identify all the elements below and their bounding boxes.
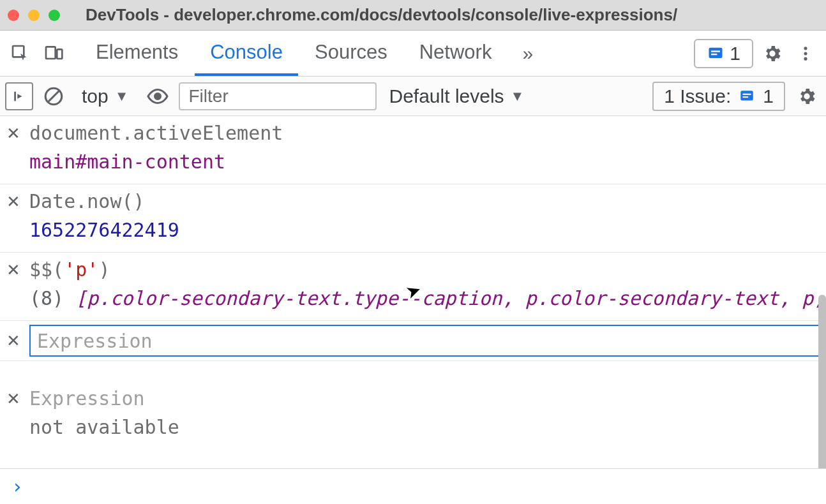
device-toggle-icon[interactable]	[40, 40, 68, 68]
kebab-menu-icon[interactable]	[792, 40, 820, 68]
tab-console[interactable]: Console	[195, 31, 298, 76]
array-length: (8)	[29, 287, 64, 309]
live-expression-code[interactable]: document.activeElement	[29, 119, 820, 147]
live-expression-code[interactable]: $$('p')	[29, 255, 820, 284]
remove-live-expression-button[interactable]: ✕	[6, 187, 20, 214]
levels-label: Default levels	[389, 85, 504, 107]
log-levels-selector[interactable]: Default levels ▼	[384, 85, 530, 107]
devtools-toolbar: Elements Console Sources Network » 1	[0, 31, 826, 77]
live-expression-placeholder[interactable]: Expression	[29, 384, 179, 413]
console-subtoolbar: top ▼ Default levels ▼ 1 Issue: 1	[0, 77, 826, 116]
live-expression-status: not available	[29, 413, 179, 441]
console-prompt[interactable]: ›	[0, 468, 826, 504]
remove-live-expression-button[interactable]: ✕	[6, 255, 20, 283]
issues-count: 1	[730, 43, 740, 64]
scrollbar-thumb[interactable]	[818, 295, 826, 468]
svg-rect-1	[46, 47, 56, 59]
svg-point-6	[804, 47, 807, 50]
remove-live-expression-button[interactable]: ✕	[6, 384, 20, 411]
issues-icon	[707, 45, 725, 63]
svg-rect-4	[711, 50, 720, 52]
svg-rect-12	[743, 93, 751, 94]
code-string-literal: 'p'	[64, 258, 98, 281]
more-tabs-button[interactable]: »	[512, 43, 543, 64]
svg-point-7	[804, 52, 807, 55]
chevron-down-icon: ▼	[511, 88, 525, 105]
window-close-button[interactable]	[8, 10, 19, 21]
tab-elements[interactable]: Elements	[80, 31, 193, 76]
context-label: top	[82, 85, 109, 107]
inspect-element-icon[interactable]	[6, 40, 34, 68]
window-minimize-button[interactable]	[28, 10, 40, 21]
live-expression-result[interactable]: main#main-content	[29, 147, 820, 176]
svg-rect-3	[709, 47, 723, 57]
svg-point-10	[154, 93, 160, 99]
remove-live-expression-button[interactable]: ✕	[6, 119, 20, 146]
live-expression-result[interactable]: 1652276422419	[29, 216, 820, 244]
live-expression-code[interactable]: Date.now()	[29, 187, 820, 216]
live-expression-row: ✕ document.activeElement main#main-conte…	[0, 116, 826, 184]
clear-console-icon[interactable]	[41, 84, 66, 109]
console-sidebar-toggle[interactable]	[5, 82, 33, 110]
svg-rect-2	[57, 49, 62, 59]
code-fragment: $$(	[29, 258, 64, 281]
traffic-lights	[8, 10, 60, 21]
svg-rect-11	[741, 91, 754, 100]
live-expression-input[interactable]	[29, 325, 820, 357]
live-expression-row: ✕ $$('p') (8) [p.color-secondary-text.ty…	[0, 253, 826, 321]
issues-summary[interactable]: 1 Issue: 1	[652, 82, 785, 111]
svg-point-8	[804, 57, 807, 60]
array-preview: [p.color-secondary-text.type--caption, p…	[75, 287, 820, 309]
execution-context-selector[interactable]: top ▼	[74, 85, 137, 107]
console-body: ✕ document.activeElement main#main-conte…	[0, 116, 826, 468]
tab-sources[interactable]: Sources	[299, 31, 403, 76]
window-titlebar: DevTools - developer.chrome.com/docs/dev…	[0, 0, 826, 31]
console-settings-icon[interactable]	[793, 82, 821, 110]
live-expression-row: ✕	[0, 321, 826, 361]
live-expression-result[interactable]: (8) [p.color-secondary-text.type--captio…	[29, 284, 820, 313]
issues-summary-label: 1 Issue:	[664, 85, 731, 107]
issues-indicator[interactable]: 1	[694, 39, 753, 68]
issues-summary-count: 1	[763, 85, 774, 107]
code-fragment: )	[98, 258, 110, 281]
issues-icon	[739, 88, 755, 105]
panel-tabs: Elements Console Sources Network	[80, 31, 507, 76]
svg-rect-5	[711, 54, 717, 55]
tab-network[interactable]: Network	[404, 31, 507, 76]
console-filter-input[interactable]	[179, 82, 377, 110]
prompt-chevron-icon: ›	[11, 475, 23, 498]
window-title: DevTools - developer.chrome.com/docs/dev…	[86, 5, 677, 25]
settings-icon[interactable]	[758, 40, 786, 68]
svg-rect-13	[743, 96, 749, 98]
chevron-down-icon: ▼	[115, 88, 129, 105]
remove-live-expression-button[interactable]: ✕	[6, 329, 20, 353]
create-live-expression-icon[interactable]	[144, 83, 171, 110]
window-zoom-button[interactable]	[49, 10, 60, 21]
live-expression-row: ✕ Expression not available	[0, 361, 826, 441]
live-expression-row: ✕ Date.now() 1652276422419	[0, 184, 826, 253]
